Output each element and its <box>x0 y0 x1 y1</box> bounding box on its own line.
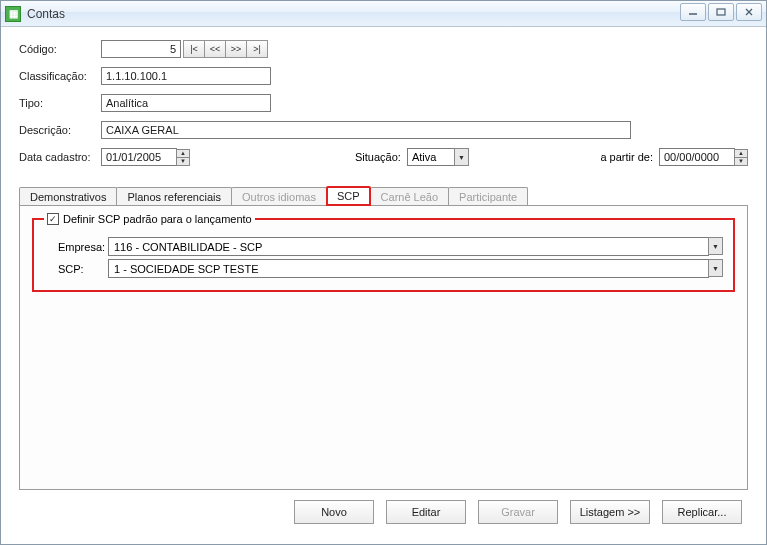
apartir-spinner: ▲ ▼ <box>734 149 748 166</box>
situacao-select[interactable]: ▼ <box>407 148 469 166</box>
apartir-label: a partir de: <box>600 151 653 163</box>
datacadastro-input[interactable] <box>101 148 177 166</box>
close-icon <box>744 8 754 16</box>
row-classificacao: Classificação: <box>19 66 748 86</box>
classificacao-label: Classificação: <box>19 70 101 82</box>
codigo-label: Código: <box>19 43 101 55</box>
tabpage-scp: ✓ Definir SCP padrão para o lançamento E… <box>19 205 748 490</box>
gravar-button[interactable]: Gravar <box>478 500 558 524</box>
nav-prev-button[interactable]: << <box>204 40 226 58</box>
minimize-icon <box>688 8 698 16</box>
app-icon: ▦ <box>5 6 21 22</box>
scp-group-legend: ✓ Definir SCP padrão para o lançamento <box>44 213 255 225</box>
apartir-input[interactable] <box>659 148 735 166</box>
tab-scp[interactable]: SCP <box>326 186 371 206</box>
tipo-label: Tipo: <box>19 97 101 109</box>
situacao-dropdown-button[interactable]: ▼ <box>454 148 469 166</box>
row-codigo: Código: |< << >> >| <box>19 39 748 59</box>
close-button[interactable] <box>736 3 762 21</box>
tabstrip: Demonstrativos Planos referenciais Outro… <box>19 184 748 206</box>
tab-carne-leao[interactable]: Carnê Leão <box>370 187 450 206</box>
listagem-button[interactable]: Listagem >> <box>570 500 650 524</box>
empresa-dropdown-button[interactable]: ▼ <box>708 237 723 255</box>
row-scp: SCP: ▼ <box>44 259 723 278</box>
footer-buttons: Novo Editar Gravar Listagem >> Replicar.… <box>19 490 748 538</box>
nav-first-button[interactable]: |< <box>183 40 205 58</box>
row-tipo: Tipo: <box>19 93 748 113</box>
content-area: Código: |< << >> >| Classificação: Tipo:… <box>1 27 766 544</box>
svg-rect-1 <box>717 9 725 15</box>
descricao-label: Descrição: <box>19 124 101 136</box>
replicar-button[interactable]: Replicar... <box>662 500 742 524</box>
editar-button[interactable]: Editar <box>386 500 466 524</box>
datacadastro-spinner: ▲ ▼ <box>176 149 190 166</box>
novo-button[interactable]: Novo <box>294 500 374 524</box>
scp-value[interactable] <box>108 259 709 278</box>
codigo-input[interactable] <box>101 40 181 58</box>
empresa-select[interactable]: ▼ <box>108 237 723 256</box>
window-title: Contas <box>27 7 65 21</box>
nav-last-button[interactable]: >| <box>246 40 268 58</box>
empresa-label: Empresa: <box>44 241 108 253</box>
scp-label: SCP: <box>44 263 108 275</box>
tab-outros-idiomas[interactable]: Outros idiomas <box>231 187 327 206</box>
situacao-label: Situação: <box>355 151 401 163</box>
descricao-input[interactable] <box>101 121 631 139</box>
window-controls <box>680 3 762 21</box>
tab-demonstrativos[interactable]: Demonstrativos <box>19 187 117 206</box>
window: ▦ Contas Código: |< << >> >| <box>0 0 767 545</box>
scp-select[interactable]: ▼ <box>108 259 723 278</box>
definir-scp-label: Definir SCP padrão para o lançamento <box>63 213 252 225</box>
datacadastro-label: Data cadastro: <box>19 151 101 163</box>
scp-dropdown-button[interactable]: ▼ <box>708 259 723 277</box>
row-datacadastro: Data cadastro: ▲ ▼ Situação: ▼ a partir … <box>19 147 748 167</box>
maximize-button[interactable] <box>708 3 734 21</box>
definir-scp-checkbox[interactable]: ✓ <box>47 213 59 225</box>
tipo-input[interactable] <box>101 94 271 112</box>
scp-groupbox: ✓ Definir SCP padrão para o lançamento E… <box>32 218 735 292</box>
tab-planos-referenciais[interactable]: Planos referenciais <box>116 187 232 206</box>
row-empresa: Empresa: ▼ <box>44 237 723 256</box>
maximize-icon <box>716 8 726 16</box>
minimize-button[interactable] <box>680 3 706 21</box>
apartir-down[interactable]: ▼ <box>734 157 748 166</box>
classificacao-input[interactable] <box>101 67 271 85</box>
record-nav: |< << >> >| <box>184 40 268 58</box>
titlebar: ▦ Contas <box>1 1 766 27</box>
situacao-value[interactable] <box>407 148 455 166</box>
empresa-value[interactable] <box>108 237 709 256</box>
tab-participante[interactable]: Participante <box>448 187 528 206</box>
datacadastro-down[interactable]: ▼ <box>176 157 190 166</box>
row-descricao: Descrição: <box>19 120 748 140</box>
nav-next-button[interactable]: >> <box>225 40 247 58</box>
